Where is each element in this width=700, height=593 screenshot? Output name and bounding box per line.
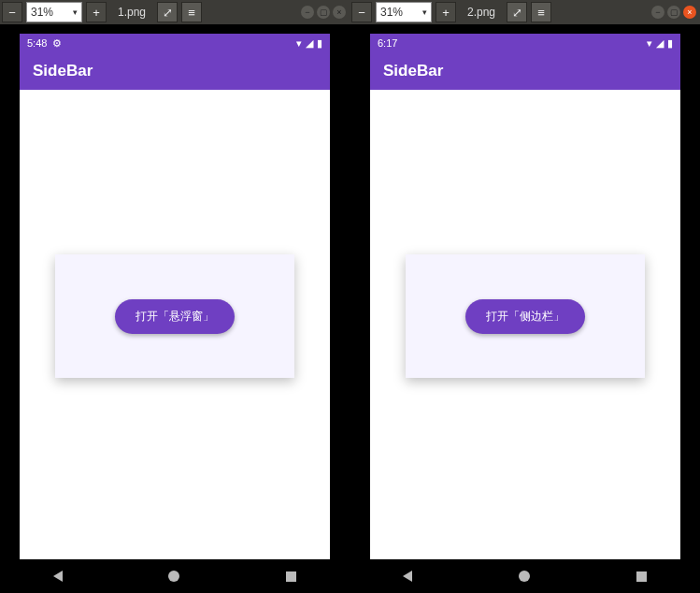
card: 打开「悬浮窗」 [55, 254, 294, 378]
zoom-in-button[interactable]: + [436, 2, 456, 22]
close-icon[interactable]: × [333, 6, 346, 19]
signal-icon: ◢ [656, 37, 664, 50]
minimize-icon[interactable]: − [301, 6, 314, 19]
phone-screenshot: 6:17 ▾ ◢ ▮ SideBar 打开「侧边栏」 [370, 34, 680, 582]
back-icon[interactable] [403, 571, 412, 582]
zoom-in-button[interactable]: + [86, 2, 107, 22]
workspace: 5:48 ⚙ ▾ ◢ ▮ SideBar 打开「悬浮窗」 [0, 24, 700, 593]
filename-label: 2.png [458, 6, 505, 19]
maximize-icon[interactable]: ▢ [317, 6, 330, 19]
home-icon[interactable] [519, 571, 530, 582]
gear-icon: ⚙ [52, 37, 62, 50]
recent-icon[interactable] [286, 571, 296, 582]
android-navbar [0, 559, 350, 593]
fullscreen-button[interactable]: ⤢ [157, 2, 178, 22]
home-icon[interactable] [168, 571, 179, 582]
button-label: 打开「侧边栏」 [486, 310, 564, 323]
app-title: SideBar [33, 62, 93, 80]
phone-screenshot: 5:48 ⚙ ▾ ◢ ▮ SideBar 打开「悬浮窗」 [20, 34, 330, 582]
app-content: 打开「侧边栏」 [370, 90, 680, 582]
wifi-icon: ▾ [296, 37, 302, 50]
app-bar: SideBar [370, 52, 680, 90]
app-title: SideBar [383, 62, 443, 80]
zoom-out-button[interactable]: − [2, 2, 22, 22]
close-icon[interactable]: × [683, 6, 696, 19]
viewer-pane: 6:17 ▾ ◢ ▮ SideBar 打开「侧边栏」 [350, 24, 700, 593]
clock-label: 6:17 [378, 37, 397, 49]
recent-icon[interactable] [636, 571, 647, 582]
zoom-value: 31% [380, 6, 403, 19]
zoom-select[interactable]: 31% ▾ [376, 2, 432, 22]
android-navbar [350, 559, 700, 593]
window-controls: − ▢ × [297, 6, 350, 19]
open-sidebar-button[interactable]: 打开「侧边栏」 [465, 299, 585, 334]
maximize-icon[interactable]: ▢ [667, 6, 680, 19]
open-float-button[interactable]: 打开「悬浮窗」 [115, 299, 235, 334]
card: 打开「侧边栏」 [406, 254, 645, 378]
zoom-select[interactable]: 31% ▾ [26, 2, 82, 22]
chevron-down-icon: ▾ [73, 7, 78, 17]
button-label: 打开「悬浮窗」 [136, 310, 214, 323]
window-controls: − ▢ × [648, 6, 700, 19]
battery-icon: ▮ [317, 37, 322, 50]
android-statusbar: 5:48 ⚙ ▾ ◢ ▮ [20, 34, 330, 52]
minimize-icon[interactable]: − [651, 6, 664, 19]
signal-icon: ◢ [306, 37, 313, 50]
clock-label: 5:48 [27, 37, 47, 49]
app-content: 打开「悬浮窗」 [20, 90, 330, 582]
filename-label: 1.png [108, 6, 155, 19]
battery-icon: ▮ [667, 37, 673, 50]
menu-button[interactable]: ≡ [531, 2, 551, 22]
chevron-down-icon: ▾ [422, 7, 427, 17]
zoom-out-button[interactable]: − [351, 2, 372, 22]
app-bar: SideBar [20, 52, 330, 90]
wifi-icon: ▾ [647, 37, 652, 50]
android-statusbar: 6:17 ▾ ◢ ▮ [370, 34, 680, 52]
back-icon[interactable] [53, 571, 63, 582]
viewer-toolbar: − 31% ▾ + 1.png ⤢ ≡ − ▢ × − 31% ▾ + 2.pn… [0, 0, 700, 24]
zoom-value: 31% [31, 6, 53, 19]
menu-button[interactable]: ≡ [181, 2, 202, 22]
fullscreen-button[interactable]: ⤢ [507, 2, 527, 22]
viewer-pane: 5:48 ⚙ ▾ ◢ ▮ SideBar 打开「悬浮窗」 [0, 24, 350, 593]
